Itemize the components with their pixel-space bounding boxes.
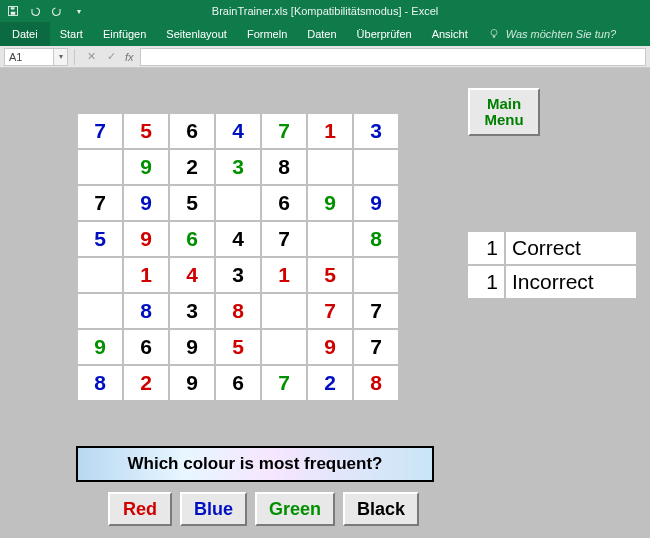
main-menu-line2: Menu (484, 111, 523, 128)
grid-cell: 9 (124, 186, 168, 220)
grid-cell: 6 (216, 366, 260, 400)
grid-cell: 9 (124, 222, 168, 256)
svg-rect-4 (493, 36, 495, 38)
correct-count: 1 (468, 232, 504, 264)
svg-point-3 (491, 30, 497, 36)
title-bar: ▾ BrainTrainer.xls [Kompatibilitätsmodus… (0, 0, 650, 22)
grid-cell: 6 (124, 330, 168, 364)
grid-cell: 8 (354, 222, 398, 256)
grid-cell (308, 222, 352, 256)
incorrect-count: 1 (468, 266, 504, 298)
qat-dropdown-icon[interactable]: ▾ (72, 4, 86, 18)
name-box-dropdown-icon[interactable]: ▾ (54, 48, 68, 66)
grid-cell (262, 330, 306, 364)
grid-cell: 6 (170, 222, 214, 256)
ribbon-tabs: Datei StartEinfügenSeitenlayoutFormelnDa… (0, 22, 650, 46)
quick-access-toolbar: ▾ (0, 4, 86, 18)
svg-rect-1 (11, 12, 16, 15)
incorrect-label: Incorrect (506, 266, 636, 298)
grid-cell: 4 (216, 222, 260, 256)
name-box[interactable]: A1 (4, 48, 54, 66)
lightbulb-icon (488, 28, 500, 40)
answer-red-button[interactable]: Red (108, 492, 172, 526)
grid-cell: 1 (308, 114, 352, 148)
tell-me-search[interactable]: Was möchten Sie tun? (478, 22, 616, 46)
grid-cell: 5 (124, 114, 168, 148)
grid-cell (78, 258, 122, 292)
grid-cell (262, 294, 306, 328)
correct-label: Correct (506, 232, 636, 264)
grid-cell: 9 (124, 150, 168, 184)
grid-cell (216, 186, 260, 220)
grid-cell: 5 (308, 258, 352, 292)
grid-cell: 6 (170, 114, 214, 148)
grid-cell: 5 (78, 222, 122, 256)
grid-cell: 9 (170, 366, 214, 400)
grid-cell: 7 (262, 114, 306, 148)
divider (74, 49, 75, 65)
number-grid: 7564713923879569959647814315838779695978… (78, 114, 398, 400)
cancel-formula-icon[interactable]: ✕ (83, 49, 99, 65)
svg-rect-2 (11, 7, 15, 9)
grid-cell: 1 (124, 258, 168, 292)
answer-green-button[interactable]: Green (255, 492, 335, 526)
tell-me-placeholder: Was möchten Sie tun? (506, 28, 616, 40)
question-box: Which colour is most frequent? (76, 446, 434, 482)
grid-cell: 7 (354, 294, 398, 328)
ribbon-tab-überprüfen[interactable]: Überprüfen (347, 22, 422, 46)
main-menu-line1: Main (487, 95, 521, 112)
grid-cell: 7 (262, 222, 306, 256)
grid-cell: 2 (124, 366, 168, 400)
grid-cell: 9 (170, 330, 214, 364)
enter-formula-icon[interactable]: ✓ (103, 49, 119, 65)
answer-black-button[interactable]: Black (343, 492, 419, 526)
grid-cell: 3 (354, 114, 398, 148)
grid-cell: 7 (308, 294, 352, 328)
grid-cell: 9 (308, 330, 352, 364)
grid-cell: 4 (216, 114, 260, 148)
grid-cell: 9 (354, 186, 398, 220)
fx-icon[interactable]: fx (125, 51, 134, 63)
grid-cell: 3 (170, 294, 214, 328)
grid-cell: 7 (354, 330, 398, 364)
answer-blue-button[interactable]: Blue (180, 492, 247, 526)
ribbon-tab-file[interactable]: Datei (0, 22, 50, 46)
grid-cell (354, 258, 398, 292)
ribbon-tab-ansicht[interactable]: Ansicht (422, 22, 478, 46)
main-menu-button[interactable]: Main Menu (468, 88, 540, 136)
redo-icon[interactable] (50, 4, 64, 18)
grid-cell: 7 (78, 186, 122, 220)
ribbon-tab-daten[interactable]: Daten (297, 22, 346, 46)
grid-cell (78, 294, 122, 328)
ribbon-tab-start[interactable]: Start (50, 22, 93, 46)
grid-cell: 5 (170, 186, 214, 220)
grid-cell (78, 150, 122, 184)
grid-cell: 4 (170, 258, 214, 292)
undo-icon[interactable] (28, 4, 42, 18)
grid-cell: 9 (78, 330, 122, 364)
grid-cell: 8 (124, 294, 168, 328)
grid-cell (354, 150, 398, 184)
save-icon[interactable] (6, 4, 20, 18)
answer-buttons: RedBlueGreenBlack (108, 492, 419, 526)
grid-cell: 1 (262, 258, 306, 292)
score-panel: 1 Correct 1 Incorrect (468, 232, 636, 298)
grid-cell: 7 (262, 366, 306, 400)
grid-cell: 8 (262, 150, 306, 184)
grid-cell: 8 (354, 366, 398, 400)
formula-input[interactable] (140, 48, 646, 66)
grid-cell: 3 (216, 150, 260, 184)
ribbon-tab-seitenlayout[interactable]: Seitenlayout (156, 22, 237, 46)
grid-cell: 3 (216, 258, 260, 292)
grid-cell: 8 (78, 366, 122, 400)
grid-cell: 2 (308, 366, 352, 400)
grid-cell: 7 (78, 114, 122, 148)
grid-cell: 8 (216, 294, 260, 328)
ribbon-tab-einfügen[interactable]: Einfügen (93, 22, 156, 46)
formula-bar: A1 ▾ ✕ ✓ fx (0, 46, 650, 68)
grid-cell: 2 (170, 150, 214, 184)
ribbon-tab-formeln[interactable]: Formeln (237, 22, 297, 46)
worksheet-area[interactable]: Main Menu 756471392387956995964781431583… (0, 68, 650, 538)
grid-cell: 9 (308, 186, 352, 220)
grid-cell: 5 (216, 330, 260, 364)
